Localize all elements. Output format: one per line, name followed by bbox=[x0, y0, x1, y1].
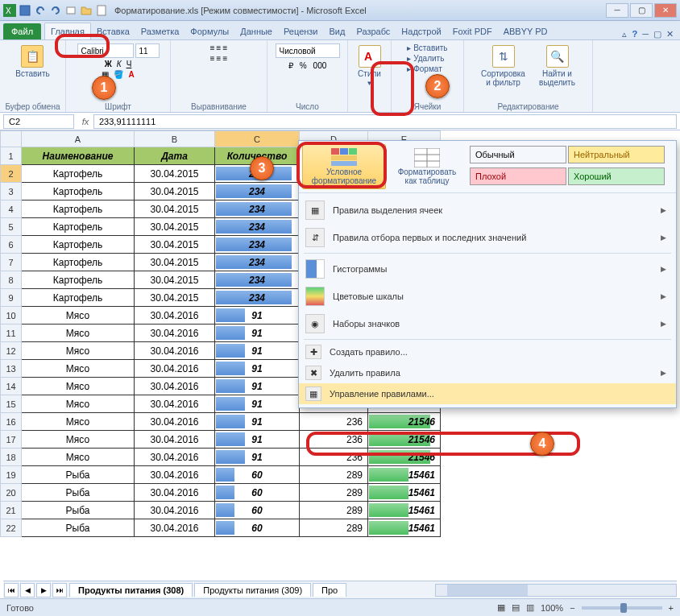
redo-icon[interactable] bbox=[49, 4, 62, 17]
row-header[interactable]: 15 bbox=[1, 395, 22, 413]
cell[interactable]: Картофель bbox=[22, 289, 135, 307]
cell[interactable]: 60 bbox=[215, 502, 300, 519]
conditional-formatting-button[interactable]: Условное форматирование bbox=[302, 144, 386, 189]
underline-button[interactable]: Ч bbox=[126, 60, 132, 68]
cell[interactable]: 91 bbox=[215, 449, 300, 466]
cell[interactable]: 21546 bbox=[368, 449, 441, 466]
cell[interactable]: 234 bbox=[215, 236, 300, 254]
cell[interactable]: 21546 bbox=[368, 413, 441, 431]
cells-format-button[interactable]: ▸ Формат bbox=[407, 64, 447, 73]
save-icon[interactable] bbox=[19, 4, 31, 17]
align-bot-icon[interactable]: ≡ bbox=[222, 43, 227, 52]
tab-insert[interactable]: Вставка bbox=[91, 23, 135, 39]
file-tab[interactable]: Файл bbox=[3, 23, 41, 39]
cell[interactable]: Дата bbox=[135, 147, 215, 165]
cell[interactable]: 91 bbox=[215, 325, 300, 342]
col-header-c[interactable]: C bbox=[215, 131, 300, 147]
row-header[interactable]: 5 bbox=[1, 218, 22, 236]
cell[interactable]: 21546 bbox=[368, 431, 441, 449]
cell[interactable]: Наименование bbox=[22, 147, 135, 165]
cell[interactable]: 91 bbox=[215, 360, 300, 378]
cell[interactable]: 234 bbox=[215, 289, 300, 307]
menu-manage-rules[interactable]: ▦Управление правилами... bbox=[299, 383, 676, 404]
cell[interactable]: 60 bbox=[215, 484, 300, 502]
tab-developer[interactable]: Разрабс bbox=[350, 23, 396, 39]
align-left-icon[interactable]: ≡ bbox=[210, 54, 215, 63]
row-header[interactable]: 17 bbox=[1, 431, 22, 449]
row-header[interactable]: 8 bbox=[1, 271, 22, 289]
zoom-out-button[interactable]: − bbox=[570, 603, 574, 613]
percent-icon[interactable]: % bbox=[300, 61, 307, 70]
cell[interactable]: 30.04.2015 bbox=[135, 271, 215, 289]
cell[interactable]: 30.04.2015 bbox=[135, 254, 215, 271]
cell[interactable]: Картофель bbox=[22, 236, 135, 254]
cell[interactable]: 289 bbox=[300, 466, 368, 484]
cell[interactable]: 30.04.2015 bbox=[135, 218, 215, 236]
cell[interactable]: 234 bbox=[215, 218, 300, 236]
cell[interactable]: Мясо bbox=[22, 360, 135, 378]
tab-layout[interactable]: Разметка bbox=[135, 23, 185, 39]
row-header[interactable]: 11 bbox=[1, 325, 22, 342]
doc-close-icon[interactable]: ✕ bbox=[666, 29, 674, 39]
align-right-icon[interactable]: ≡ bbox=[222, 54, 227, 63]
cell[interactable]: 91 bbox=[215, 395, 300, 413]
cell[interactable]: 234 bbox=[215, 271, 300, 289]
cell[interactable]: 60 bbox=[215, 519, 300, 537]
cell[interactable]: 30.04.2016 bbox=[135, 413, 215, 431]
cell[interactable]: 234 bbox=[215, 201, 300, 218]
align-top-icon[interactable]: ≡ bbox=[210, 43, 215, 52]
horizontal-scrollbar[interactable] bbox=[435, 584, 677, 597]
fx-icon[interactable]: fx bbox=[77, 117, 93, 126]
menu-data-bars[interactable]: Гистограммы▶ bbox=[299, 255, 676, 283]
close-button[interactable]: ✕ bbox=[654, 3, 677, 18]
cell[interactable]: 15461 bbox=[368, 484, 441, 502]
menu-color-scales[interactable]: Цветовые шкалы▶ bbox=[299, 283, 676, 310]
cell[interactable]: 91 bbox=[215, 307, 300, 325]
italic-button[interactable]: К bbox=[117, 60, 122, 68]
cell[interactable]: 289 bbox=[300, 502, 368, 519]
cell[interactable]: 30.04.2016 bbox=[135, 307, 215, 325]
cell[interactable]: Картофель bbox=[22, 218, 135, 236]
cells-delete-button[interactable]: ▸ Удалить bbox=[407, 54, 447, 63]
doc-restore-icon[interactable]: ▢ bbox=[653, 29, 661, 39]
paste-button[interactable]: 📋 Вставить bbox=[14, 43, 51, 80]
cell[interactable]: Картофель bbox=[22, 271, 135, 289]
tab-abbyy[interactable]: ABBYY PD bbox=[498, 23, 554, 39]
style-bad[interactable]: Плохой bbox=[470, 167, 566, 185]
font-color-button[interactable]: A bbox=[128, 70, 134, 79]
maximize-button[interactable]: ▢ bbox=[630, 3, 653, 18]
cell[interactable]: 30.04.2015 bbox=[135, 201, 215, 218]
cell[interactable]: Мясо bbox=[22, 413, 135, 431]
row-header[interactable]: 18 bbox=[1, 449, 22, 466]
styles-button[interactable]: A Стили ▼ bbox=[356, 43, 383, 89]
cell[interactable]: 236 bbox=[300, 413, 368, 431]
new-icon[interactable] bbox=[95, 4, 108, 17]
cell[interactable]: 91 bbox=[215, 413, 300, 431]
cell[interactable]: 30.04.2016 bbox=[135, 484, 215, 502]
cell[interactable]: Картофель bbox=[22, 183, 135, 201]
row-header[interactable]: 7 bbox=[1, 254, 22, 271]
cell[interactable]: 91 bbox=[215, 431, 300, 449]
format-as-table-button[interactable]: Форматировать как таблицу bbox=[389, 144, 465, 189]
sheet-tab[interactable]: Продукты питания (309) bbox=[194, 583, 311, 597]
cell[interactable]: Мясо bbox=[22, 431, 135, 449]
tab-addins[interactable]: Надстрой bbox=[396, 23, 446, 39]
select-all-corner[interactable] bbox=[1, 131, 22, 147]
cell[interactable]: 30.04.2016 bbox=[135, 342, 215, 360]
bold-button[interactable]: Ж bbox=[105, 60, 112, 68]
font-size-select[interactable]: 11 bbox=[135, 43, 160, 58]
menu-highlight-rules[interactable]: ▦Правила выделения ячеек▶ bbox=[299, 196, 676, 224]
cell[interactable]: Картофель bbox=[22, 165, 135, 183]
cell[interactable]: 30.04.2015 bbox=[135, 289, 215, 307]
cell[interactable]: 289 bbox=[300, 484, 368, 502]
cell[interactable]: 15461 bbox=[368, 466, 441, 484]
row-header[interactable]: 3 bbox=[1, 183, 22, 201]
cell[interactable]: 30.04.2016 bbox=[135, 502, 215, 519]
align-mid-icon[interactable]: ≡ bbox=[217, 43, 222, 52]
row-header[interactable]: 6 bbox=[1, 236, 22, 254]
row-header[interactable]: 21 bbox=[1, 502, 22, 519]
style-good[interactable]: Хороший bbox=[568, 167, 665, 185]
cell[interactable]: Картофель bbox=[22, 254, 135, 271]
sheet-nav-first[interactable]: ⏮ bbox=[4, 583, 19, 597]
style-neutral[interactable]: Нейтральный bbox=[568, 146, 665, 163]
